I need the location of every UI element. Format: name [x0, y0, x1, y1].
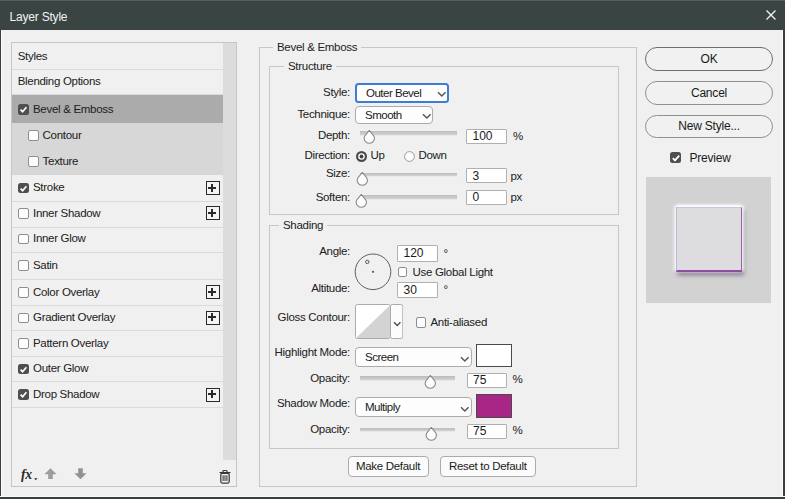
svg-text:fx: fx	[21, 467, 32, 482]
